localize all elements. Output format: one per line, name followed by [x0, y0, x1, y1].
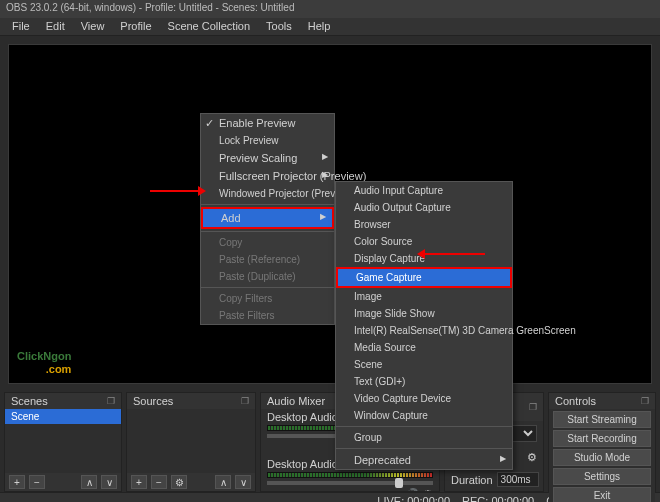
menu-preview-scaling[interactable]: Preview Scaling▶	[201, 149, 334, 167]
sources-title: Sources	[133, 395, 173, 407]
menu-copy-filters: Copy Filters	[201, 290, 334, 307]
add-source-submenu: Audio Input Capture Audio Output Capture…	[335, 181, 513, 470]
menu-tools[interactable]: Tools	[258, 18, 300, 35]
scene-down-button[interactable]: ∨	[101, 475, 117, 489]
menu-add[interactable]: Add▶	[201, 207, 334, 229]
source-down-button[interactable]: ∨	[235, 475, 251, 489]
volume-slider[interactable]	[267, 481, 433, 485]
scene-list-item[interactable]: Scene	[5, 409, 121, 424]
studio-mode-button[interactable]: Studio Mode	[553, 449, 651, 466]
source-audio-output[interactable]: Audio Output Capture	[336, 199, 512, 216]
source-realsense[interactable]: Intel(R) RealSense(TM) 3D Camera GreenSc…	[336, 322, 512, 339]
menubar: File Edit View Profile Scene Collection …	[0, 18, 660, 36]
scene-remove-button[interactable]: −	[29, 475, 45, 489]
popout-icon[interactable]: ❐	[107, 396, 115, 406]
annotation-arrow	[425, 253, 485, 255]
sources-panel: Sources❐ + − ⚙ ∧ ∨	[126, 392, 256, 492]
menu-view[interactable]: View	[73, 18, 113, 35]
source-media[interactable]: Media Source	[336, 339, 512, 356]
gear-icon[interactable]: ⚙	[423, 488, 433, 491]
speaker-icon[interactable]: 🔊	[405, 488, 419, 491]
duration-input[interactable]	[497, 472, 539, 487]
menu-paste-reference: Paste (Reference)	[201, 251, 334, 268]
source-up-button[interactable]: ∧	[215, 475, 231, 489]
source-window-capture[interactable]: Window Capture	[336, 407, 512, 424]
gear-icon[interactable]: ⚙	[527, 451, 537, 464]
source-image[interactable]: Image	[336, 288, 512, 305]
status-live: LIVE: 00:00:00	[377, 495, 450, 503]
source-gear-button[interactable]: ⚙	[171, 475, 187, 489]
source-deprecated[interactable]: Deprecated▶	[336, 451, 512, 469]
audio-meter	[267, 472, 433, 478]
start-recording-button[interactable]: Start Recording	[553, 430, 651, 447]
controls-panel: Controls❐ Start Streaming Start Recordin…	[548, 392, 656, 492]
scenes-title: Scenes	[11, 395, 48, 407]
status-rec: REC: 00:00:00	[462, 495, 534, 503]
settings-button[interactable]: Settings	[553, 468, 651, 485]
watermark: ClickNgon .com	[17, 347, 71, 375]
source-audio-input[interactable]: Audio Input Capture	[336, 182, 512, 199]
start-streaming-button[interactable]: Start Streaming	[553, 411, 651, 428]
controls-title: Controls	[555, 395, 596, 407]
menu-copy: Copy	[201, 234, 334, 251]
popout-icon[interactable]: ❐	[529, 402, 537, 412]
scenes-panel: Scenes❐ Scene + − ∧ ∨	[4, 392, 122, 492]
menu-lock-preview[interactable]: Lock Preview	[201, 132, 334, 149]
source-group[interactable]: Group	[336, 429, 512, 446]
source-remove-button[interactable]: −	[151, 475, 167, 489]
mixer-title: Audio Mixer	[267, 395, 325, 407]
source-browser[interactable]: Browser	[336, 216, 512, 233]
source-game-capture[interactable]: Game Capture	[336, 267, 512, 288]
menu-windowed-projector[interactable]: Windowed Projector (Preview)	[201, 185, 334, 202]
menu-enable-preview[interactable]: ✓Enable Preview	[201, 114, 334, 132]
menu-file[interactable]: File	[4, 18, 38, 35]
scene-add-button[interactable]: +	[9, 475, 25, 489]
source-scene[interactable]: Scene	[336, 356, 512, 373]
menu-scene-collection[interactable]: Scene Collection	[160, 18, 259, 35]
window-titlebar: OBS 23.0.2 (64-bit, windows) - Profile: …	[0, 0, 660, 18]
exit-button[interactable]: Exit	[553, 487, 651, 502]
scene-up-button[interactable]: ∧	[81, 475, 97, 489]
menu-paste-filters: Paste Filters	[201, 307, 334, 324]
menu-profile[interactable]: Profile	[112, 18, 159, 35]
source-text-gdi[interactable]: Text (GDI+)	[336, 373, 512, 390]
annotation-arrow	[150, 190, 198, 192]
menu-fullscreen-projector[interactable]: Fullscreen Projector (Preview)▶	[201, 167, 334, 185]
menu-paste-duplicate: Paste (Duplicate)	[201, 268, 334, 285]
source-add-button[interactable]: +	[131, 475, 147, 489]
source-image-slideshow[interactable]: Image Slide Show	[336, 305, 512, 322]
source-color[interactable]: Color Source	[336, 233, 512, 250]
source-video-capture[interactable]: Video Capture Device	[336, 390, 512, 407]
duration-label: Duration	[451, 474, 493, 486]
popout-icon[interactable]: ❐	[241, 396, 249, 406]
popout-icon[interactable]: ❐	[641, 396, 649, 406]
menu-help[interactable]: Help	[300, 18, 339, 35]
menu-edit[interactable]: Edit	[38, 18, 73, 35]
preview-context-menu: ✓Enable Preview Lock Preview Preview Sca…	[200, 113, 335, 325]
